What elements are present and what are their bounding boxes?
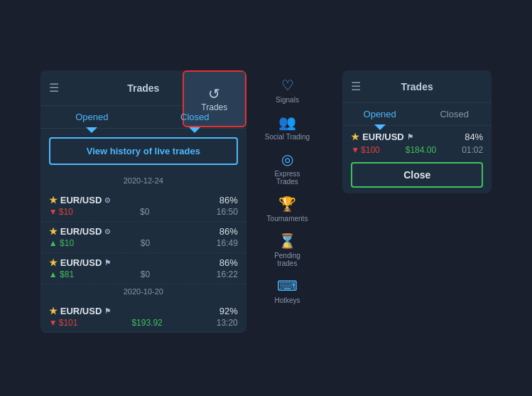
refresh-icon: ↺ xyxy=(208,85,220,102)
trade-item-3: ★ EUR/USD ⚑ 86% ▲ $81 $0 16:22 xyxy=(40,253,246,284)
signals-icon: ♡ xyxy=(281,77,294,94)
view-history-button[interactable]: View history of live trades xyxy=(49,137,238,165)
left-trades-panel: ☰ Trades ↺ Trades Opened Closed xyxy=(40,70,246,333)
amount-2: $10 xyxy=(60,238,74,248)
pair-4: EUR/USD xyxy=(60,306,102,316)
right-panel-title: Trades xyxy=(401,81,433,92)
tournaments-label: Tournaments xyxy=(267,215,308,223)
sidebar-item-hotkeys[interactable]: ⌨ Hotkeys xyxy=(270,274,304,307)
sidebar-item-tournaments[interactable]: 🏆 Tournaments xyxy=(263,193,313,225)
express-trades-icon: ◎ xyxy=(281,151,293,168)
right-panel-header: ☰ Trades xyxy=(342,70,492,103)
mini-result: $184.00 xyxy=(406,145,436,155)
amount-1: $10 xyxy=(59,207,73,217)
express-trades-label: ExpressTrades xyxy=(274,170,300,186)
pair-2: EUR/USD xyxy=(60,226,102,237)
pair-3: EUR/USD xyxy=(60,257,102,268)
sidebar-item-pending-trades[interactable]: ⌛ Pendingtrades xyxy=(270,230,305,270)
percent-1: 86% xyxy=(219,195,238,205)
pair-1: EUR/USD xyxy=(60,195,102,205)
time-4: 13:20 xyxy=(217,318,238,328)
mini-percent: 84% xyxy=(465,132,483,142)
mini-amount: $100 xyxy=(361,145,380,155)
tab-closed-left[interactable]: Closed xyxy=(143,106,246,128)
arrow-4: ▼ xyxy=(49,318,58,328)
star-icon-2: ★ xyxy=(49,226,58,237)
pending-trades-label: Pendingtrades xyxy=(274,252,300,267)
percent-3: 86% xyxy=(219,257,238,268)
star-icon-4: ★ xyxy=(49,306,58,316)
tab-closed-right[interactable]: Closed xyxy=(417,103,492,125)
sidebar-item-signals[interactable]: ♡ Signals xyxy=(271,74,303,107)
trade-item-2: ★ EUR/USD ⊙ 86% ▲ $10 $0 16:49 xyxy=(40,222,246,253)
result-2: $0 xyxy=(141,238,150,248)
flag-icon-4: ⚑ xyxy=(104,307,111,315)
social-trading-icon: 👥 xyxy=(278,114,296,131)
tab-opened-right[interactable]: Opened xyxy=(342,103,417,125)
arrow-1: ▼ xyxy=(49,207,58,217)
arrow-3: ▲ xyxy=(49,269,58,279)
tournaments-icon: 🏆 xyxy=(278,196,296,213)
trade-item-1: ★ EUR/USD ⊙ 86% ▼ $10 $0 16:50 xyxy=(40,191,246,222)
mini-star-icon: ★ xyxy=(351,132,359,142)
mini-arrow: ▼ xyxy=(351,145,359,155)
left-panel-title: Trades xyxy=(127,82,159,94)
result-3: $0 xyxy=(141,269,150,279)
clock-icon-2: ⊙ xyxy=(104,228,110,235)
left-panel-header: ☰ Trades ↺ Trades xyxy=(40,70,246,106)
mini-time: 01:02 xyxy=(462,145,483,155)
close-button[interactable]: Close xyxy=(351,162,483,188)
menu-icon[interactable]: ☰ xyxy=(49,81,59,95)
time-2: 16:49 xyxy=(217,238,238,248)
amount-4: $101 xyxy=(59,318,78,328)
social-trading-label: Social Trading xyxy=(265,133,310,141)
right-tab-row: Opened Closed xyxy=(342,103,492,126)
flag-icon-3: ⚑ xyxy=(104,259,111,267)
star-icon-3: ★ xyxy=(49,257,58,268)
percent-2: 86% xyxy=(219,226,238,237)
right-menu-icon[interactable]: ☰ xyxy=(351,80,361,93)
sidebar-item-social-trading[interactable]: 👥 Social Trading xyxy=(261,111,314,144)
pending-trades-icon: ⌛ xyxy=(278,232,296,250)
hotkeys-icon: ⌨ xyxy=(277,277,298,294)
percent-4: 92% xyxy=(219,306,238,316)
date-sep-1: 2020-12-24 xyxy=(40,173,246,191)
star-icon-1: ★ xyxy=(49,195,58,205)
trade-item-4: ★ EUR/USD ⚑ 92% ▼ $101 $193.92 13:20 xyxy=(40,301,246,333)
right-sidebar: ♡ Signals 👥 Social Trading ◎ ExpressTrad… xyxy=(261,74,314,307)
amount-3: $81 xyxy=(60,269,74,279)
date-sep-2: 2020-10-20 xyxy=(40,284,246,301)
signals-label: Signals xyxy=(276,96,299,104)
mini-flag-icon: ⚑ xyxy=(407,133,413,141)
time-1: 16:50 xyxy=(217,207,238,217)
tab-opened-left[interactable]: Opened xyxy=(40,106,143,128)
mini-trade: ★ EUR/USD ⚑ 84% ▼ $100 $184.00 01:02 Clo… xyxy=(342,126,492,193)
right-trades-panel: ☰ Trades Opened Closed ★ EUR/USD ⚑ 84% xyxy=(342,70,492,193)
clock-icon-1: ⊙ xyxy=(104,196,110,204)
sidebar-item-express-trades[interactable]: ◎ ExpressTrades xyxy=(270,148,304,188)
mini-pair: EUR/USD xyxy=(362,132,404,142)
result-4: $193.92 xyxy=(131,318,162,328)
hotkeys-label: Hotkeys xyxy=(274,296,300,304)
arrow-2: ▲ xyxy=(49,238,58,248)
left-tab-row: Opened Closed xyxy=(40,106,246,129)
time-3: 16:22 xyxy=(217,269,238,279)
result-1: $0 xyxy=(140,207,149,217)
